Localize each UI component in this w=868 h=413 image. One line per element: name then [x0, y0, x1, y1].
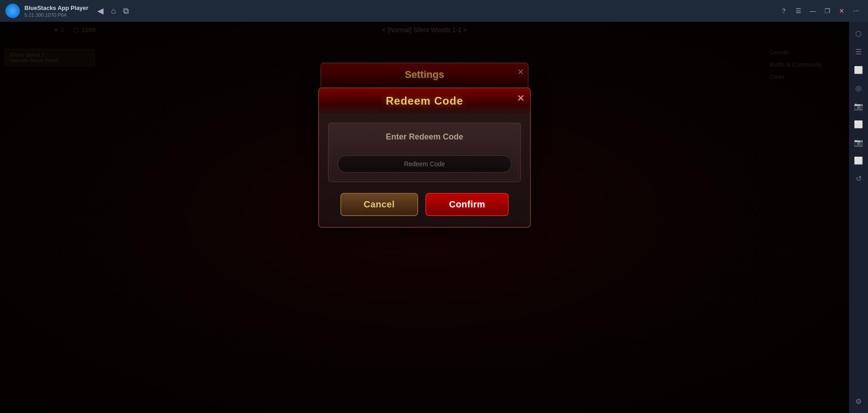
app-logo — [5, 4, 20, 18]
home-button[interactable]: ⌂ — [111, 6, 116, 16]
app-name: BlueStacks App Player — [24, 5, 88, 11]
redeem-buttons: Cancel Confirm — [328, 189, 521, 218]
sidebar-icon-8[interactable]: ⬜ — [850, 152, 867, 168]
sidebar-icon-6[interactable]: ⬜ — [850, 116, 867, 132]
sidebar-icon-5[interactable]: 📷 — [850, 98, 867, 114]
redeem-dialog: Redeem Code ✕ Enter Redeem Code Cancel C… — [318, 87, 531, 228]
multi-button[interactable]: ⧉ — [123, 6, 129, 16]
titlebar: BlueStacks App Player 5.21.300.1070 P64 … — [0, 0, 868, 22]
redeem-title: Redeem Code — [386, 95, 463, 107]
sidebar-icon-3[interactable]: ⬜ — [850, 62, 867, 78]
sidebar-icon-1[interactable]: ⬡ — [850, 25, 867, 42]
menu-button[interactable]: ☰ — [792, 5, 805, 17]
redeem-placeholder-label: Enter Redeem Code — [338, 132, 511, 142]
close-button[interactable]: ✕ — [835, 5, 848, 17]
more-button[interactable]: ⋯ — [850, 5, 863, 17]
sidebar-icon-7[interactable]: 📷 — [850, 134, 867, 150]
help-button[interactable]: ? — [777, 5, 790, 17]
redeem-body: Enter Redeem Code Cancel Confirm — [319, 114, 530, 227]
sidebar-icon-2[interactable]: ☰ — [850, 43, 867, 60]
titlebar-nav: ◀ ⌂ ⧉ — [97, 6, 129, 16]
cancel-button[interactable]: Cancel — [340, 193, 419, 216]
sidebar-icon-9[interactable]: ↺ — [850, 170, 867, 187]
redeem-code-input[interactable] — [338, 155, 511, 173]
confirm-button[interactable]: Confirm — [425, 193, 509, 216]
settings-title: Settings — [405, 69, 444, 80]
minimize-button[interactable]: — — [806, 5, 819, 17]
sidebar-settings-icon[interactable]: ⚙ — [850, 393, 867, 409]
resize-button[interactable]: ❐ — [821, 5, 834, 17]
app-version: 5.21.300.1070 P64 — [24, 12, 88, 18]
redeem-close-button[interactable]: ✕ — [517, 93, 525, 104]
right-sidebar: ⬡ ☰ ⬜ ◎ 📷 ⬜ 📷 ⬜ ↺ ⚙ — [849, 22, 868, 413]
game-background: ♥ 0 ⬡ 1099 < [Normal] Silent Woods 1-1 >… — [0, 22, 849, 413]
redeem-header: Redeem Code ✕ — [319, 88, 530, 114]
window-controls: ? ☰ — ❐ ✕ ⋯ — [777, 5, 863, 17]
settings-header: Settings ✕ — [321, 63, 528, 86]
back-button[interactable]: ◀ — [97, 6, 104, 16]
redeem-input-area: Enter Redeem Code — [328, 123, 521, 182]
sidebar-icon-4[interactable]: ◎ — [850, 80, 867, 96]
settings-close-button[interactable]: ✕ — [517, 67, 524, 77]
